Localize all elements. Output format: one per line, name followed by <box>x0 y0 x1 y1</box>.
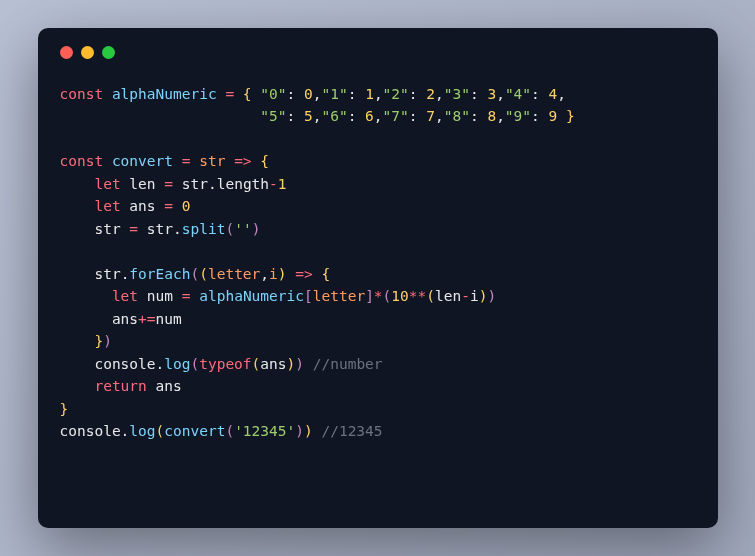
num: 0 <box>304 86 313 102</box>
ident-alphaNumeric: alphaNumeric <box>112 86 217 102</box>
op-eq: = <box>225 86 234 102</box>
ident-convert: convert <box>112 153 173 169</box>
brace-open: { <box>243 86 252 102</box>
method-forEach: forEach <box>129 266 190 282</box>
keyword-typeof: typeof <box>199 356 251 372</box>
op-pluseq: += <box>138 311 155 327</box>
ident-len: len <box>129 176 155 192</box>
maximize-icon[interactable] <box>102 46 115 59</box>
param-i: i <box>269 266 278 282</box>
brace-close: } <box>566 108 575 124</box>
keyword-return: return <box>94 378 146 394</box>
comment: //12345 <box>321 423 382 439</box>
key: "1" <box>321 86 347 102</box>
param-str: str <box>199 153 225 169</box>
param-letter: letter <box>208 266 260 282</box>
method-split: split <box>182 221 226 237</box>
traffic-lights <box>60 46 696 59</box>
code-block: const alphaNumeric = { "0": 0,"1": 1,"2"… <box>60 83 696 443</box>
code-window: const alphaNumeric = { "0": 0,"1": 1,"2"… <box>38 28 718 528</box>
colon: : <box>287 86 296 102</box>
minimize-icon[interactable] <box>81 46 94 59</box>
ident-console: console <box>94 356 155 372</box>
comment: //number <box>313 356 383 372</box>
str-12345: '12345' <box>234 423 295 439</box>
close-icon[interactable] <box>60 46 73 59</box>
prop-length: length <box>217 176 269 192</box>
str-empty: '' <box>234 221 251 237</box>
arrow: => <box>234 153 251 169</box>
ident-num: num <box>147 288 173 304</box>
method-log: log <box>164 356 190 372</box>
key: "0" <box>260 86 286 102</box>
ident-ans: ans <box>129 198 155 214</box>
keyword-const: const <box>60 86 104 102</box>
